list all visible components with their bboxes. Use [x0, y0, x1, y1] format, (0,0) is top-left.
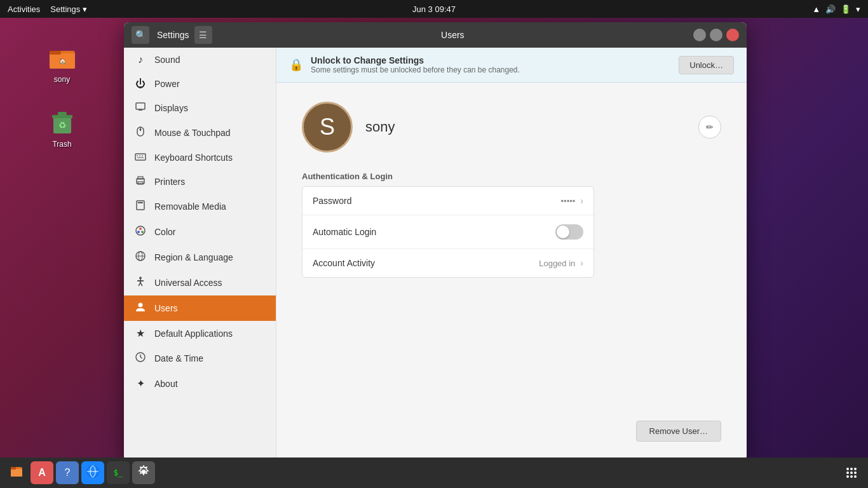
- sidebar-item-keyboard[interactable]: Keyboard Shortcuts: [124, 146, 276, 170]
- menu-button[interactable]: ☰: [194, 26, 212, 44]
- sidebar-item-color[interactable]: Color: [124, 219, 276, 245]
- taskbar-files[interactable]: [5, 461, 28, 484]
- sidebar-item-region[interactable]: Region & Language: [124, 245, 276, 270]
- svg-line-38: [140, 357, 142, 358]
- sidebar-label-printers: Printers: [154, 177, 185, 187]
- topbar-left: Activities Settings ▾: [8, 4, 87, 14]
- svg-point-50: [850, 471, 853, 474]
- taskbar-browser[interactable]: [81, 461, 104, 484]
- edit-user-button[interactable]: ✏: [698, 116, 721, 139]
- system-menu-chevron[interactable]: ▾: [856, 4, 860, 14]
- unlock-description: Some settings must be unlocked before th…: [311, 65, 671, 74]
- account-activity-row[interactable]: Account Activity Logged in ›: [302, 249, 593, 277]
- svg-text:🏠: 🏠: [58, 57, 66, 65]
- settings-title: Settings: [157, 30, 189, 40]
- topbar-right: ▲ 🔊 🔋 ▾: [812, 4, 860, 14]
- settings-taskbar-icon: [137, 465, 150, 481]
- close-button[interactable]: ✕: [726, 29, 739, 41]
- sidebar-item-about[interactable]: ✦ About: [124, 371, 276, 396]
- svg-point-35: [139, 303, 143, 308]
- about-icon: ✦: [134, 377, 147, 390]
- sidebar-item-sound[interactable]: ♪ Sound: [124, 48, 276, 72]
- automatic-login-toggle[interactable]: [555, 224, 583, 240]
- desktop-icon-trash[interactable]: ♻ Trash: [34, 102, 91, 154]
- sidebar: ♪ Sound ⏻ Power Displays Mouse & Touchpa…: [124, 48, 276, 461]
- sidebar-item-printers[interactable]: Printers: [124, 170, 276, 194]
- password-row[interactable]: Password ••••• ›: [302, 187, 593, 215]
- sidebar-label-power: Power: [154, 79, 180, 89]
- user-avatar: S: [302, 102, 353, 152]
- sidebar-label-removable: Removable Media: [154, 201, 226, 212]
- users-panel: S sony ✏ Authentication & Login Password…: [276, 83, 747, 461]
- sidebar-item-datetime[interactable]: Date & Time: [124, 346, 276, 371]
- wifi-icon: ▲: [812, 4, 820, 14]
- svg-point-24: [139, 227, 142, 230]
- taskbar-settings[interactable]: [132, 461, 155, 484]
- sidebar-item-users[interactable]: Users: [124, 295, 276, 321]
- window-controls: − □ ✕: [693, 29, 739, 41]
- unlock-title: Unlock to Change Settings: [311, 55, 671, 65]
- region-icon: [134, 251, 147, 264]
- sidebar-label-users: Users: [154, 303, 178, 313]
- username-label: sony: [365, 119, 686, 135]
- svg-point-52: [846, 475, 849, 478]
- datetime-icon: [134, 352, 147, 365]
- svg-rect-9: [139, 109, 142, 111]
- settings-window: 🔍 Settings ☰ Users − □ ✕ ♪ Sound ⏻ Power: [124, 22, 747, 461]
- sidebar-item-displays[interactable]: Displays: [124, 96, 276, 120]
- account-activity-label: Account Activity: [313, 258, 539, 268]
- sony-folder-label: sony: [54, 75, 70, 84]
- sidebar-label-datetime: Date & Time: [154, 353, 203, 363]
- topbar-datetime: Jun 3 09:47: [412, 4, 456, 14]
- sidebar-label-keyboard: Keyboard Shortcuts: [154, 152, 233, 163]
- sidebar-label-mouse: Mouse & Touchpad: [154, 128, 231, 138]
- taskbar-help[interactable]: ?: [56, 461, 79, 484]
- svg-rect-2: [50, 51, 61, 55]
- auth-section-title: Authentication & Login: [302, 172, 594, 181]
- keyboard-icon: [134, 152, 147, 163]
- automatic-login-row[interactable]: Automatic Login: [302, 215, 593, 249]
- svg-point-53: [850, 475, 853, 478]
- desktop: 🏠 sony ♻ Trash: [0, 18, 124, 488]
- browser-icon: [86, 464, 100, 482]
- sidebar-item-universal[interactable]: Universal Access: [124, 270, 276, 295]
- window-body: ♪ Sound ⏻ Power Displays Mouse & Touchpa…: [124, 48, 747, 461]
- svg-point-46: [846, 468, 849, 470]
- svg-point-54: [854, 475, 857, 478]
- password-chevron-icon: ›: [580, 196, 583, 206]
- sound-icon: 🔊: [825, 4, 836, 14]
- svg-rect-8: [136, 103, 145, 109]
- sidebar-item-removable[interactable]: Removable Media: [124, 194, 276, 219]
- taskbar: A ? $_: [0, 458, 868, 488]
- svg-point-47: [850, 468, 853, 470]
- minimize-button[interactable]: −: [693, 29, 706, 41]
- password-value: •••••: [561, 196, 576, 206]
- taskbar-terminal[interactable]: $_: [107, 461, 130, 484]
- users-icon: [134, 302, 147, 315]
- svg-point-12: [140, 129, 142, 131]
- taskbar-app-center[interactable]: A: [31, 461, 53, 484]
- remove-user-button[interactable]: Remove User…: [636, 421, 721, 442]
- unlock-button[interactable]: Unlock…: [679, 56, 734, 74]
- unlock-text: Unlock to Change Settings Some settings …: [311, 55, 671, 74]
- svg-point-25: [141, 231, 144, 233]
- maximize-button[interactable]: □: [710, 29, 722, 41]
- sidebar-label-universal: Universal Access: [154, 278, 222, 288]
- sidebar-item-mouse[interactable]: Mouse & Touchpad: [124, 120, 276, 146]
- pencil-icon: ✏: [706, 122, 714, 132]
- settings-menu-button[interactable]: Settings ▾: [50, 4, 87, 14]
- main-content: 🔒 Unlock to Change Settings Some setting…: [276, 48, 747, 461]
- sidebar-label-color: Color: [154, 227, 175, 237]
- search-button[interactable]: 🔍: [132, 26, 149, 44]
- printers-icon: [134, 176, 147, 187]
- universal-access-icon: [134, 276, 147, 289]
- svg-text:♻: ♻: [58, 120, 66, 130]
- desktop-icon-sony[interactable]: 🏠 sony: [34, 37, 91, 89]
- automatic-login-label: Automatic Login: [313, 227, 555, 237]
- activities-button[interactable]: Activities: [8, 4, 40, 14]
- svg-line-33: [139, 283, 140, 286]
- sidebar-item-default-apps[interactable]: ★ Default Applications: [124, 321, 276, 346]
- files-icon: [10, 464, 24, 482]
- app-grid-button[interactable]: [840, 461, 863, 484]
- sidebar-item-power[interactable]: ⏻ Power: [124, 72, 276, 96]
